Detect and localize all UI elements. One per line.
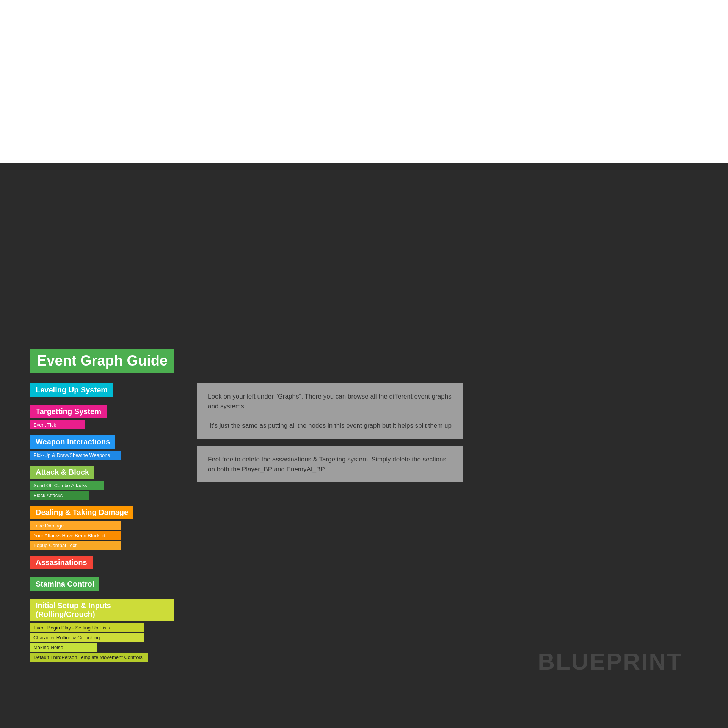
inner-panel: Event Graph Guide Leveling Up System Tar… (30, 349, 698, 690)
section-dealing-damage: Dealing & Taking Damage Take Damage Your… (30, 506, 174, 550)
sub-send-combo[interactable]: Send Off Combo Attacks (30, 481, 104, 490)
top-white-area (0, 0, 728, 163)
section-initial-setup: Initial Setup & Inputs (Rolling/Crouch) … (30, 599, 174, 662)
section-header-leveling-up[interactable]: Leveling Up System (30, 383, 113, 397)
sub-take-damage[interactable]: Take Damage (30, 521, 121, 530)
info-text-1: Look on your left under "Graphs". There … (208, 392, 452, 430)
sub-making-noise[interactable]: Making Noise (30, 643, 97, 652)
main-content-area: Event Graph Guide Leveling Up System Tar… (0, 163, 728, 728)
blueprint-watermark: BLUEPRINT (538, 648, 682, 675)
sub-attacks-blocked[interactable]: Your Attacks Have Been Blocked (30, 531, 121, 540)
section-weapon-interactions: Weapon Interactions Pick-Up & Draw/Sheat… (30, 435, 174, 460)
section-assasinations: Assasinations (30, 556, 174, 571)
section-header-assasinations[interactable]: Assasinations (30, 556, 93, 569)
section-header-targetting[interactable]: Targetting System (30, 405, 107, 418)
title-bar: Event Graph Guide (30, 349, 174, 373)
section-stamina: Stamina Control (30, 577, 174, 593)
sub-block-attacks[interactable]: Block Attacks (30, 491, 89, 500)
section-targetting: Targetting System Event Tick (30, 405, 174, 429)
sub-char-rolling[interactable]: Character Rolling & Crouching (30, 633, 144, 642)
sub-popup-combat[interactable]: Popup Combat Text (30, 541, 121, 550)
right-column: Look on your left under "Graphs". There … (197, 383, 463, 482)
sub-event-tick[interactable]: Event Tick (30, 420, 85, 429)
page-title: Event Graph Guide (37, 353, 168, 369)
info-text-2: Feel free to delete the assasinations & … (208, 455, 452, 474)
section-header-initial-setup[interactable]: Initial Setup & Inputs (Rolling/Crouch) (30, 599, 174, 621)
sub-pickup-draw[interactable]: Pick-Up & Draw/Sheathe Weapons (30, 451, 121, 460)
left-column: Leveling Up System Targetting System Eve… (30, 383, 174, 668)
section-header-stamina[interactable]: Stamina Control (30, 577, 99, 591)
content-layout: Leveling Up System Targetting System Eve… (30, 383, 698, 668)
info-box-2: Feel free to delete the assasinations & … (197, 446, 463, 482)
section-header-dealing-damage[interactable]: Dealing & Taking Damage (30, 506, 133, 519)
section-header-attack-block[interactable]: Attack & Block (30, 466, 94, 479)
section-header-weapon-interactions[interactable]: Weapon Interactions (30, 435, 115, 449)
section-leveling-up: Leveling Up System (30, 383, 174, 399)
sub-event-begin-play[interactable]: Event Begin Play - Setting Up Fists (30, 623, 144, 632)
info-box-1: Look on your left under "Graphs". There … (197, 383, 463, 439)
sub-default-movement[interactable]: Default ThirdPerson Template Movement Co… (30, 653, 148, 662)
section-attack-block: Attack & Block Send Off Combo Attacks Bl… (30, 466, 174, 500)
